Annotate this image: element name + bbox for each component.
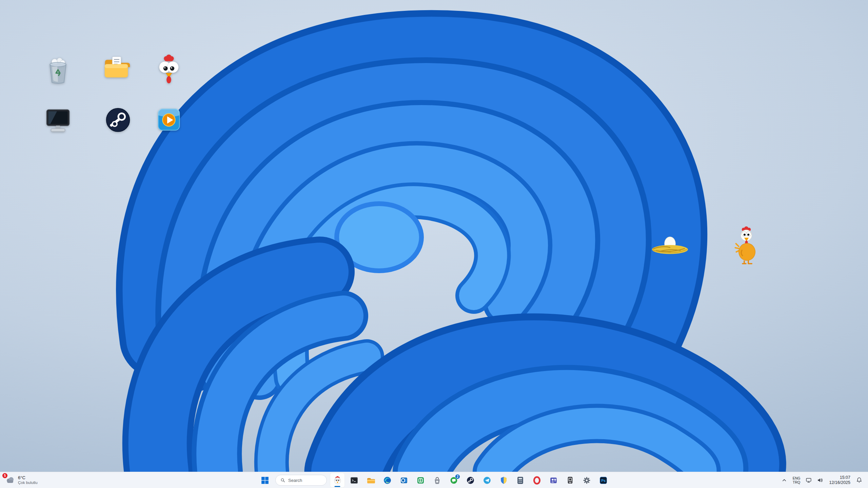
start-button[interactable] bbox=[257, 473, 272, 488]
chevron-up-icon bbox=[781, 476, 788, 484]
search-icon bbox=[280, 477, 285, 483]
taskbar-app-teams[interactable] bbox=[546, 473, 561, 488]
taskbar-app-photoshop[interactable]: Ps bbox=[596, 473, 611, 488]
taskbar-app-epic-games[interactable] bbox=[563, 473, 577, 488]
windows-desktop: 5 6°C Çok bulutlu bbox=[0, 0, 868, 488]
clock[interactable]: 15:07 12/16/2025 bbox=[826, 475, 853, 485]
system-tray: ENG TRQ 15:07 12/16/2025 bbox=[779, 472, 868, 488]
teams-icon bbox=[549, 476, 558, 485]
taskbar-app-chicken-invaders[interactable] bbox=[330, 473, 345, 488]
file-explorer-icon bbox=[366, 476, 375, 485]
taskbar-app-terminal[interactable] bbox=[347, 473, 361, 488]
taskbar-app-settings[interactable] bbox=[579, 473, 594, 488]
language-indicator[interactable]: ENG TRQ bbox=[790, 476, 803, 484]
chicken-pet-icon bbox=[732, 226, 760, 265]
taskbar-app-telegram[interactable] bbox=[479, 473, 494, 488]
epic-games-icon bbox=[566, 476, 575, 485]
store-bag-icon bbox=[433, 476, 442, 485]
terminal-icon bbox=[350, 476, 359, 485]
desktop-icon-recycle-bin[interactable] bbox=[39, 49, 77, 89]
settings-gear-icon bbox=[582, 476, 591, 485]
tray-volume-button[interactable] bbox=[815, 473, 826, 487]
edge-icon bbox=[383, 476, 392, 485]
search-placeholder: Search bbox=[288, 478, 302, 483]
calculator-icon bbox=[516, 476, 525, 485]
steam-taskbar-icon bbox=[466, 476, 475, 485]
clock-time: 15:07 bbox=[840, 475, 850, 480]
desktop-icon-steam[interactable] bbox=[99, 100, 137, 140]
folder-icon bbox=[100, 52, 132, 83]
taskbar: 5 6°C Çok bulutlu bbox=[0, 472, 868, 488]
green-app-icon bbox=[416, 476, 425, 485]
steam-icon bbox=[102, 104, 134, 136]
desktop-icon-chicken-game[interactable] bbox=[150, 49, 188, 89]
search-box[interactable]: Search bbox=[275, 475, 327, 486]
taskbar-app-file-explorer[interactable] bbox=[363, 473, 378, 488]
recycle-bin-icon bbox=[42, 53, 74, 85]
opera-icon bbox=[532, 476, 541, 485]
desktop-icon-this-pc[interactable] bbox=[39, 100, 77, 140]
desktop-area[interactable] bbox=[0, 0, 868, 472]
chicken-invaders-icon bbox=[333, 476, 342, 485]
tray-network-button[interactable] bbox=[803, 473, 814, 487]
taskbar-app-opera[interactable] bbox=[529, 473, 544, 488]
weather-condition: Çok bulutlu bbox=[18, 480, 38, 485]
language-line2: TRQ bbox=[793, 480, 800, 484]
weather-temperature: 6°C bbox=[18, 475, 38, 480]
outlook-icon bbox=[399, 476, 409, 485]
notification-center-button[interactable] bbox=[854, 473, 865, 487]
computer-icon bbox=[42, 104, 74, 136]
taskbar-app-chat[interactable]: 2 bbox=[446, 473, 461, 488]
taskbar-app-green-app[interactable] bbox=[413, 473, 428, 488]
language-line1: ENG bbox=[793, 476, 801, 480]
clock-date: 12/16/2025 bbox=[829, 480, 850, 485]
telegram-icon bbox=[482, 476, 492, 485]
svg-text:Ps: Ps bbox=[601, 479, 606, 483]
running-indicator bbox=[335, 486, 340, 487]
security-shield-icon bbox=[499, 476, 508, 485]
desktop-icon-documents-folder[interactable] bbox=[98, 47, 135, 87]
display-network-icon bbox=[805, 476, 812, 484]
tray-overflow-button[interactable] bbox=[779, 473, 790, 487]
widgets-weather-button[interactable]: 5 6°C Çok bulutlu bbox=[0, 472, 42, 488]
taskbar-app-windows-security[interactable] bbox=[496, 473, 511, 488]
widgets-notification-badge: 5 bbox=[2, 473, 7, 478]
speaker-icon bbox=[816, 476, 824, 484]
sprite-egg-nest[interactable] bbox=[650, 233, 690, 255]
media-player-icon bbox=[153, 104, 185, 136]
taskbar-app-steam[interactable] bbox=[463, 473, 478, 488]
taskbar-center: Search bbox=[257, 472, 611, 488]
bell-icon bbox=[855, 476, 863, 484]
taskbar-app-edge[interactable] bbox=[380, 473, 395, 488]
chat-unread-badge: 2 bbox=[455, 474, 460, 479]
taskbar-app-calculator[interactable] bbox=[513, 473, 528, 488]
photoshop-icon: Ps bbox=[599, 476, 608, 485]
egg-nest-icon bbox=[650, 233, 690, 255]
desktop-icon-media-player[interactable] bbox=[150, 100, 188, 140]
windows-logo-icon bbox=[260, 476, 270, 485]
taskbar-app-outlook[interactable] bbox=[396, 473, 411, 488]
chicken-face-icon bbox=[153, 53, 185, 85]
sprite-chicken-pet[interactable] bbox=[732, 226, 760, 265]
taskbar-app-store[interactable] bbox=[430, 473, 445, 488]
